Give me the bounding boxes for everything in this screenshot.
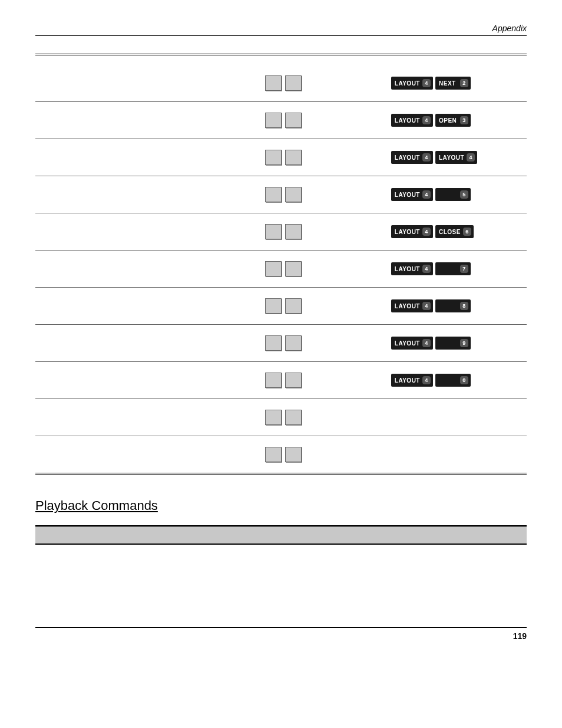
grey-button-icon: [265, 150, 282, 165]
table-row: LAYOUT47: [35, 251, 527, 288]
grey-button-icon: [265, 335, 282, 351]
key-number: 4: [422, 265, 431, 273]
key-label: LAYOUT: [395, 117, 420, 124]
key-number: 4: [422, 302, 431, 310]
grey-button-icon: [285, 447, 302, 462]
key-number: 4: [422, 339, 431, 347]
grey-button-icon: [285, 150, 302, 165]
grey-button-icon: [285, 335, 302, 351]
key-button: LAYOUT4: [391, 374, 433, 387]
key-button: 7: [435, 262, 471, 275]
table-row: LAYOUT4NEXT2: [35, 65, 527, 102]
key-label: LAYOUT: [395, 80, 420, 87]
key-label: LAYOUT: [395, 229, 420, 235]
key-button: LAYOUT4: [391, 225, 433, 238]
key-label: LAYOUT: [395, 266, 420, 272]
table-row: LAYOUT40: [35, 362, 527, 399]
key-button: 5: [435, 188, 471, 201]
key-button: 0: [435, 374, 471, 387]
key-label: CLOSE: [439, 229, 461, 235]
key-button: 8: [435, 299, 471, 312]
key-number: 5: [460, 190, 468, 199]
key-number: 6: [463, 228, 471, 236]
table-row: LAYOUT45: [35, 176, 527, 213]
key-button: 9: [435, 337, 471, 350]
key-number: 3: [460, 116, 468, 124]
grey-button-icon: [285, 113, 302, 128]
key-button: NEXT2: [435, 77, 471, 90]
key-number: 2: [460, 79, 468, 87]
key-label: OPEN: [439, 117, 457, 124]
grey-button-icon: [265, 187, 282, 202]
grey-button-icon: [265, 75, 282, 91]
key-number: 4: [422, 376, 431, 384]
button-mapping-table: LAYOUT4NEXT2LAYOUT4OPEN3LAYOUT4LAYOUT4LA…: [35, 54, 527, 475]
key-button: LAYOUT4: [435, 151, 477, 164]
key-number: 4: [422, 228, 431, 236]
grey-button-icon: [285, 75, 302, 91]
key-button: LAYOUT4: [391, 77, 433, 90]
key-label: NEXT: [439, 80, 456, 87]
grey-button-icon: [265, 224, 282, 239]
key-button: LAYOUT4: [391, 337, 433, 350]
key-label: LAYOUT: [395, 377, 420, 384]
key-button: LAYOUT4: [391, 262, 433, 275]
grey-button-icon: [285, 298, 302, 314]
table-row: LAYOUT4CLOSE6: [35, 213, 527, 251]
key-button: CLOSE6: [435, 225, 474, 238]
grey-button-icon: [285, 373, 302, 388]
key-label: LAYOUT: [395, 303, 420, 309]
key-button: LAYOUT4: [391, 299, 433, 312]
table-row: [35, 399, 527, 436]
grey-button-icon: [265, 410, 282, 425]
playback-header-table: [35, 525, 527, 545]
grey-button-icon: [285, 410, 302, 425]
grey-button-icon: [265, 261, 282, 276]
key-label: LAYOUT: [395, 192, 420, 198]
table-row: LAYOUT48: [35, 288, 527, 325]
section-title: Playback Commands: [35, 498, 527, 513]
key-number: 0: [460, 376, 468, 384]
key-label: LAYOUT: [395, 340, 420, 347]
page-header: Appendix: [35, 24, 527, 36]
key-button: LAYOUT4: [391, 151, 433, 164]
table-row: LAYOUT4LAYOUT4: [35, 139, 527, 176]
section-label: Appendix: [492, 24, 527, 33]
grey-button-icon: [265, 113, 282, 128]
grey-button-icon: [285, 261, 302, 276]
page-number: 119: [513, 631, 527, 641]
grey-button-icon: [265, 447, 282, 462]
key-button: LAYOUT4: [391, 114, 433, 127]
grey-button-icon: [265, 298, 282, 314]
table-row: LAYOUT49: [35, 325, 527, 362]
key-button: OPEN3: [435, 114, 471, 127]
key-number: 9: [460, 339, 468, 347]
key-button: LAYOUT4: [391, 188, 433, 201]
grey-button-icon: [285, 224, 302, 239]
key-number: 4: [422, 190, 431, 199]
grey-button-icon: [285, 187, 302, 202]
key-number: 4: [422, 79, 431, 87]
table-row: LAYOUT4OPEN3: [35, 102, 527, 139]
key-number: 4: [422, 153, 431, 162]
key-number: 8: [460, 302, 468, 310]
key-label: LAYOUT: [439, 154, 464, 161]
key-number: 7: [460, 265, 468, 273]
key-label: LAYOUT: [395, 154, 420, 161]
page-footer: 119: [35, 627, 527, 641]
key-number: 4: [467, 153, 475, 162]
table-row: [35, 436, 527, 474]
key-number: 4: [422, 116, 431, 124]
grey-button-icon: [265, 373, 282, 388]
